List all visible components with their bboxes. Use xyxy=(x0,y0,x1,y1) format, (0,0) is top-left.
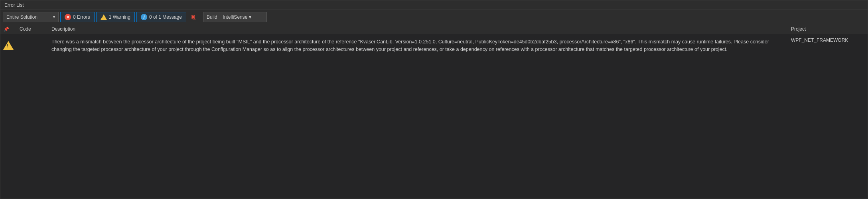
panel-title-bar: Error List xyxy=(0,0,868,10)
row-code-cell xyxy=(16,34,48,56)
header-description[interactable]: Description xyxy=(48,25,788,33)
errors-label: 0 Errors xyxy=(73,14,90,20)
row-warning-icon xyxy=(3,41,14,50)
errors-filter-button[interactable]: 0 Errors xyxy=(60,12,95,22)
header-pin-icon: 📌 xyxy=(4,27,9,32)
header-code[interactable]: Code xyxy=(16,25,48,33)
row-icon-cell xyxy=(0,34,16,56)
warnings-filter-button[interactable]: 1 Warning xyxy=(96,12,135,22)
errors-icon xyxy=(65,14,71,20)
error-list-panel: Error List Entire Solution ▾ 0 Errors 1 … xyxy=(0,0,868,199)
toolbar: Entire Solution ▾ 0 Errors 1 Warning 0 o… xyxy=(0,10,868,24)
table-body: There was a mismatch between the process… xyxy=(0,34,868,199)
filter-x-icon: ✖̲ xyxy=(191,14,195,20)
header-icon: 📌 xyxy=(0,25,16,33)
clear-filter-button[interactable]: ✖̲ xyxy=(188,12,198,22)
row-description-cell: There was a mismatch between the process… xyxy=(48,34,788,56)
message-icon xyxy=(141,14,147,20)
table-row[interactable]: There was a mismatch between the process… xyxy=(0,34,868,56)
header-project[interactable]: Project xyxy=(788,25,868,33)
scope-label: Entire Solution xyxy=(6,14,37,20)
build-label: Build + IntelliSense xyxy=(207,14,247,20)
scope-dropdown[interactable]: Entire Solution ▾ xyxy=(3,12,59,22)
header-description-label: Description xyxy=(51,26,75,32)
header-code-label: Code xyxy=(20,26,31,32)
table-header: 📌 Code Description Project xyxy=(0,24,868,34)
header-project-label: Project xyxy=(791,26,806,32)
warning-triangle-icon xyxy=(101,14,107,20)
messages-label: 0 of 1 Message xyxy=(149,14,182,20)
row-project-cell: WPF_NET_FRAMEWORK xyxy=(788,34,868,56)
messages-filter-button[interactable]: 0 of 1 Message xyxy=(136,12,186,22)
build-dropdown[interactable]: Build + IntelliSense ▾ xyxy=(203,12,267,22)
row-description: There was a mismatch between the process… xyxy=(51,37,785,53)
build-chevron: ▾ xyxy=(249,14,251,20)
scope-chevron: ▾ xyxy=(53,15,55,19)
panel-title: Error List xyxy=(4,2,24,8)
warnings-label: 1 Warning xyxy=(109,14,130,20)
row-project: WPF_NET_FRAMEWORK xyxy=(791,37,848,43)
